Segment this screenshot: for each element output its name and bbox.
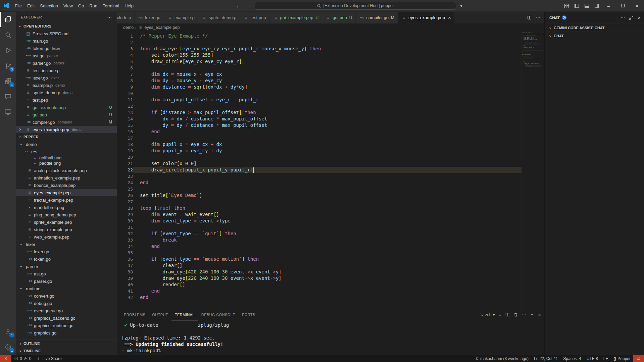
menu-help[interactable]: Help	[122, 2, 136, 9]
open-editor-ast-go[interactable]: -oo ast.go parser	[16, 52, 117, 59]
code-line-30[interactable]: 30 dim event_type = event->type	[117, 218, 544, 224]
explorer-more-actions-icon[interactable]: ⋯	[107, 14, 112, 20]
file-ping-pong-demo-pep[interactable]: ≡ ping_pong_demo.pep	[16, 211, 117, 218]
git-blame-status[interactable]: makachanm (3 weeks ago)	[472, 355, 531, 362]
eol-status[interactable]: LF	[601, 355, 611, 362]
code-line-10[interactable]: 10	[117, 90, 544, 97]
code-line-41[interactable]: 41 end	[117, 288, 544, 294]
open-editor-example-p[interactable]: ≡ example.p demo	[16, 82, 117, 89]
terminal-shell-selector[interactable]: zsh▾	[479, 312, 495, 317]
file-string-example-pep[interactable]: ≡ string_example.pep	[16, 226, 117, 233]
file-golfball-png[interactable]: ▲ golfball.png	[16, 155, 117, 159]
problems-status[interactable]: 0 0	[11, 355, 34, 362]
menu-edit[interactable]: Edit	[24, 2, 37, 9]
forward-button[interactable]: →	[245, 3, 251, 9]
activity-run-debug[interactable]	[0, 43, 16, 58]
close-icon[interactable]: ×	[19, 126, 21, 133]
code-line-19[interactable]: 19 dim pupil_y = eye_cy + dy	[117, 148, 544, 154]
close-icon[interactable]: ×	[448, 15, 451, 20]
file-ast-go[interactable]: -oo ast.go	[16, 270, 117, 277]
code-line-33[interactable]: 33 break	[117, 237, 544, 243]
code-line-9[interactable]: 9 dim distance = sqrt[dx*dx + dy*dy]	[117, 84, 544, 90]
code-line-4[interactable]: 4 set_color[255 255 255]	[117, 52, 544, 58]
file-bounce-example-pep[interactable]: ≡ bounce_example.pep	[16, 182, 117, 189]
file-convert-go[interactable]: -oo convert.go	[16, 292, 117, 300]
tab-eyes-example-pep[interactable]: ≡ eyes_example.pep ×	[398, 12, 455, 23]
panel-tab-debug-console[interactable]: DEBUG CONSOLE	[198, 309, 239, 320]
open-editor-test-pep[interactable]: ≡ test.pep	[16, 96, 117, 104]
file-web-example-pep[interactable]: ≡ web_example.pep	[16, 233, 117, 241]
kill-terminal-icon[interactable]	[513, 312, 518, 317]
maximize-panel-icon[interactable]	[530, 312, 534, 317]
code-line-5[interactable]: 5 draw_circle[eye_cx eye_cy eye_r]	[117, 58, 544, 65]
code-line-27[interactable]: 27	[117, 199, 544, 205]
panel-tab-output[interactable]: OUTPUT	[149, 309, 171, 320]
chat-close-icon[interactable]: ×	[638, 15, 641, 20]
code-line-1[interactable]: 1 /* Pepper Eye Exmaple */	[117, 33, 544, 39]
breadcrumb-item-demo[interactable]: demo	[123, 25, 134, 30]
notifications-bell[interactable]	[633, 355, 644, 362]
activity-search[interactable]	[0, 27, 16, 43]
new-terminal-icon[interactable]: +	[498, 312, 501, 318]
code-line-23[interactable]: 23	[117, 173, 544, 179]
tab-test-pep[interactable]: ≡ test.pep	[240, 12, 269, 23]
open-editor-eyes-example-pep[interactable]: × ≡ eyes_example.pep demo	[16, 126, 117, 133]
toggle-sidebar-icon[interactable]	[572, 1, 582, 11]
tab-gui-pep[interactable]: ≡ gui.pep U	[322, 12, 356, 23]
section-open-editors[interactable]: › OPEN EDITORS	[16, 22, 117, 30]
open-editor-token-go[interactable]: -oo token.go lexer	[16, 45, 117, 52]
panel-more-actions-icon[interactable]: ⋯	[522, 312, 526, 317]
folder-lexer[interactable]: › lexer	[16, 241, 117, 248]
chat-more-actions-icon[interactable]: ⋯	[621, 15, 625, 20]
section-pepper[interactable]: › PEPPER	[16, 133, 117, 141]
code-line-26[interactable]: 26 set_title[`Eyes Demo`]	[117, 192, 544, 199]
open-editor-test-include-p[interactable]: ≡ test_include.p	[16, 67, 117, 74]
file-eyes-example-pep[interactable]: ≡ eyes_example.pep	[16, 189, 117, 196]
open-editor-main-go[interactable]: -oo main.go	[16, 37, 117, 45]
file-paddle-png[interactable]: ▲ paddle.png	[16, 159, 117, 167]
open-editor-gui-example-pep[interactable]: ≡ gui_example.pep U	[16, 104, 117, 111]
split-editor-icon[interactable]	[527, 15, 532, 20]
code-line-2[interactable]: 2	[117, 39, 544, 46]
toggle-secondary-sidebar-icon[interactable]	[592, 1, 602, 11]
file-fractal-example-pep[interactable]: ≡ fractal_example.pep	[16, 196, 117, 204]
code-line-42[interactable]: 42 end	[117, 294, 544, 301]
menu-file[interactable]: File	[12, 2, 24, 9]
folder-parser[interactable]: › parser	[16, 263, 117, 270]
open-editor-gui-pep[interactable]: ≡ gui.pep U	[16, 111, 117, 118]
indentation-status[interactable]: Spaces: 4	[560, 355, 584, 362]
open-editor-preview-spec-md[interactable]: ▤ Preview SPEC.md	[16, 30, 117, 37]
screencast-button[interactable]: ▾	[459, 3, 462, 8]
open-editor-sprite-demo-p[interactable]: ≡ sprite_demo.p demo	[16, 89, 117, 96]
code-line-35[interactable]: 35	[117, 250, 544, 256]
menu-selection[interactable]: Selection	[37, 2, 60, 9]
code-line-14[interactable]: 14 dx = dx / distance * max_pupil_offset	[117, 116, 544, 122]
editor-more-actions-icon[interactable]: ⋯	[536, 15, 540, 20]
code-line-32[interactable]: 32 if [event_type == `quit`] then	[117, 230, 544, 237]
code-line-16[interactable]: 16 end	[117, 128, 544, 135]
file-graphics-runtime-go[interactable]: -oo graphics_runtime.go	[16, 322, 117, 329]
tab-sprite-demo-p[interactable]: ≡ sprite_demo.p	[198, 12, 240, 23]
section-outline[interactable]: › OUTLINE	[16, 340, 117, 347]
code-line-36[interactable]: 36 if [event_type == `mouse_motion`] the…	[117, 256, 544, 262]
chat-section-gemini-code-assist-chat[interactable]: › GEMINI CODE ASSIST: CHAT	[545, 23, 644, 32]
activity-settings-gear[interactable]: 1	[0, 339, 16, 355]
terminal-content[interactable]: ✔ Up-to-date zplug/zplug [zplug] Elapsed…	[117, 320, 544, 355]
panel-tab-ports[interactable]: PORTS	[239, 309, 259, 320]
file-debug-go[interactable]: -oo debug.go	[16, 300, 117, 307]
close-panel-icon[interactable]: ×	[538, 312, 541, 318]
code-line-18[interactable]: 18 dim pupil_x = eye_cx + dx	[117, 141, 544, 148]
activity-source-control[interactable]: 3	[0, 58, 16, 73]
panel-tab-problems[interactable]: PROBLEMS	[120, 309, 149, 320]
close-window-button[interactable]: ×	[630, 0, 644, 12]
language-status[interactable]: {} Pepper	[611, 355, 633, 362]
code-line-28[interactable]: 28 loop [true] then	[117, 205, 544, 211]
toggle-panel-icon[interactable]	[582, 1, 592, 11]
chat-expand-icon[interactable]	[629, 15, 634, 20]
open-editor-parser-go[interactable]: -oo parser.go parser	[16, 59, 117, 67]
code-line-13[interactable]: 13 if [distance > max_pupil_offset] then	[117, 109, 544, 116]
tab-test-include-p[interactable]: ≡ test_include.p	[117, 12, 135, 23]
tab-lexer-go[interactable]: -oo lexer.go	[135, 12, 164, 23]
file-lexer-go[interactable]: -oo lexer.go	[16, 248, 117, 255]
menu-go[interactable]: Go	[76, 2, 87, 9]
